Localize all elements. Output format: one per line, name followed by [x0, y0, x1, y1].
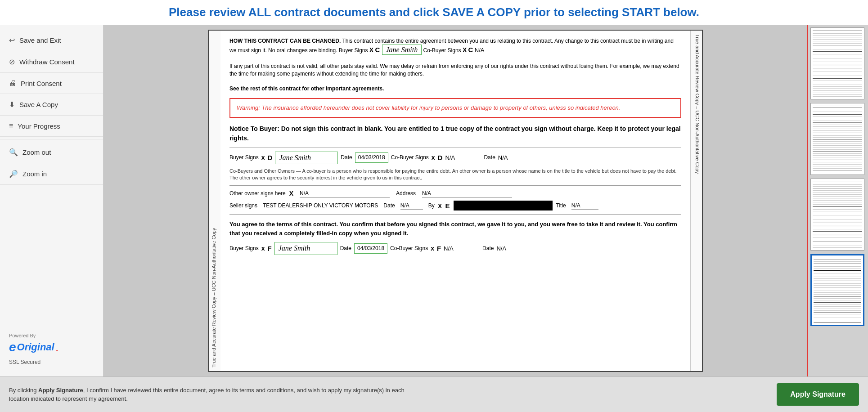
- apply-signature-bold: Apply Signature: [38, 387, 83, 394]
- other-owner-line: N/A: [300, 190, 390, 198]
- warning-text: Warning: The insurance afforded hereunde…: [237, 104, 620, 111]
- other-owner-x: X: [289, 189, 293, 198]
- thumb-4-content: [812, 255, 863, 325]
- f-x: x: [261, 244, 265, 253]
- d-mark: D: [268, 153, 273, 162]
- sidebar-item-save-exit[interactable]: ↩ Save and Exit: [0, 30, 103, 51]
- thumbnail-3[interactable]: [810, 179, 864, 251]
- d-buyer-label: Buyer Signs: [229, 154, 259, 161]
- thumbnail-4[interactable]: [810, 254, 864, 326]
- sidebar-item-print-consent[interactable]: 🖨 Print Consent: [0, 73, 103, 94]
- print-icon: 🖨: [9, 79, 16, 87]
- thumb-3-content: [811, 179, 864, 250]
- other-owner-label: Other owner signs here: [229, 190, 286, 197]
- divider-1: [229, 148, 681, 148]
- save-exit-icon: ↩: [9, 36, 15, 45]
- d-date-label: Date: [341, 154, 352, 161]
- thumb-2-content: [811, 103, 864, 175]
- sidebar-divider: [0, 139, 103, 139]
- agree-text: You agree to the terms of this contract.…: [229, 220, 681, 237]
- buyer-mark-c: C: [375, 46, 382, 54]
- heading-text2: If any part of this contract is not vali…: [229, 63, 679, 77]
- d-cobuyer-mark: D: [438, 153, 443, 162]
- side-label-right: True and Accurate Review Copy – UCC Non-…: [690, 31, 702, 371]
- zoom-in-label: Zoom in: [22, 170, 47, 178]
- thumbnail-1[interactable]: [810, 27, 864, 99]
- thumbnail-panel: [807, 25, 868, 376]
- f-cobuyer-val: N/A: [444, 245, 480, 253]
- see-rest: See the rest of this contract for other …: [229, 85, 384, 92]
- sidebar-item-withdraw-consent[interactable]: ⊘ Withdraw Consent: [0, 51, 103, 73]
- d-date-value: 04/03/2018: [355, 152, 388, 163]
- sidebar-item-zoom-out[interactable]: 🔍 Zoom out: [0, 142, 103, 163]
- signature-row-f: Buyer Signs x F Jane Smith Date 04/03/20…: [229, 242, 681, 255]
- f-date2-val: N/A: [496, 245, 532, 253]
- side-label-left: True and Accurate Review Copy – UCC Non-…: [209, 31, 220, 371]
- sidebar-bottom: Powered By e Original. SSL Secured: [0, 326, 103, 372]
- zoom-out-icon: 🔍: [9, 148, 18, 157]
- save-copy-icon: ⬇: [9, 100, 15, 109]
- contract-change-section: HOW THIS CONTRACT CAN BE CHANGED. This c…: [229, 37, 681, 93]
- divider-2: [229, 185, 681, 186]
- document-scroll[interactable]: True and Accurate Review Copy – UCC Non-…: [103, 25, 807, 376]
- print-consent-label: Print Consent: [21, 80, 62, 87]
- thumb-redacted: [814, 270, 861, 271]
- cobuyer-x-c: X: [463, 46, 467, 54]
- sidebar-item-zoom-in[interactable]: 🔎 Zoom in: [0, 163, 103, 185]
- document-area: True and Accurate Review Copy – UCC Non-…: [103, 25, 807, 376]
- seller-value: TEST DEALERSHIP ONLY VICTORY MOTORS: [263, 202, 378, 210]
- seller-row: Seller signs TEST DEALERSHIP ONLY VICTOR…: [229, 201, 681, 210]
- address-value: N/A: [422, 190, 512, 198]
- seller-date-val: N/A: [400, 202, 423, 210]
- banner-text: Please review ALL contract documents and…: [0, 5, 868, 19]
- warning-box: Warning: The insurance afforded hereunde…: [229, 98, 681, 118]
- f-cobuyer-mark: F: [437, 244, 441, 253]
- your-progress-label: Your Progress: [18, 122, 60, 130]
- thumb-1-content: [811, 28, 864, 99]
- title-label: Title: [556, 202, 566, 210]
- top-banner: Please review ALL contract documents and…: [0, 0, 868, 25]
- d-x: x: [261, 153, 265, 162]
- document-page: True and Accurate Review Copy – UCC Non-…: [208, 30, 703, 372]
- f-buyer-label: Buyer Signs: [229, 245, 259, 252]
- redacted-field: [454, 201, 553, 210]
- d-sig-field: Jane Smith: [275, 152, 338, 164]
- f-sig-field: Jane Smith: [274, 242, 337, 255]
- eoriginal-e: e: [9, 340, 16, 354]
- agree-section: You agree to the terms of this contract.…: [229, 220, 681, 255]
- by-label: By: [428, 202, 435, 210]
- save-exit-label: Save and Exit: [19, 36, 61, 44]
- seller-date-label: Date: [383, 202, 395, 210]
- zoom-in-icon: 🔎: [9, 170, 18, 178]
- d-cobuyer-val: N/A: [445, 154, 481, 162]
- thumbnail-2[interactable]: [810, 103, 864, 175]
- sidebar-item-your-progress[interactable]: ≡ Your Progress: [0, 116, 103, 137]
- f-date-value: 04/03/2018: [354, 243, 387, 254]
- cobuyer-val-c: N/A: [475, 47, 485, 54]
- cobuyer-label-c: Co-Buyer Signs: [423, 47, 463, 54]
- f-mark: F: [268, 244, 272, 253]
- e-mark: E: [445, 201, 450, 210]
- save-copy-label: Save A Copy: [19, 101, 58, 108]
- address-label: Address: [396, 190, 416, 197]
- sidebar: ↩ Save and Exit ⊘ Withdraw Consent 🖨 Pri…: [0, 25, 103, 376]
- eoriginal-wordmark: Original: [17, 341, 54, 353]
- zoom-out-label: Zoom out: [22, 148, 51, 156]
- other-owner-row: Other owner signs here X N/A Address N/A: [229, 189, 681, 198]
- withdraw-consent-icon: ⊘: [9, 58, 15, 66]
- divider-3: [229, 214, 681, 215]
- signature-row-d: Buyer Signs x D Jane Smith Date 04/03/20…: [229, 152, 681, 164]
- f-cobuyer-x: x: [431, 244, 434, 253]
- progress-icon: ≡: [9, 122, 13, 130]
- bottom-bar: By clicking Apply Signature, I confirm I…: [0, 376, 868, 412]
- main-area: ↩ Save and Exit ⊘ Withdraw Consent 🖨 Pri…: [0, 25, 868, 376]
- d-cobuyer-x: x: [432, 153, 435, 162]
- notice-text: Notice To Buyer: Do not sign this contra…: [229, 124, 681, 143]
- sidebar-item-save-copy[interactable]: ⬇ Save A Copy: [0, 94, 103, 116]
- seller-label: Seller signs: [229, 202, 257, 210]
- ssl-secured-text: SSL Secured: [9, 359, 94, 365]
- heading: HOW THIS CONTRACT CAN BE CHANGED.: [229, 38, 341, 44]
- f-date-label: Date: [340, 245, 351, 252]
- buyer-x-c: X: [369, 46, 373, 54]
- apply-signature-button[interactable]: Apply Signature: [777, 383, 859, 406]
